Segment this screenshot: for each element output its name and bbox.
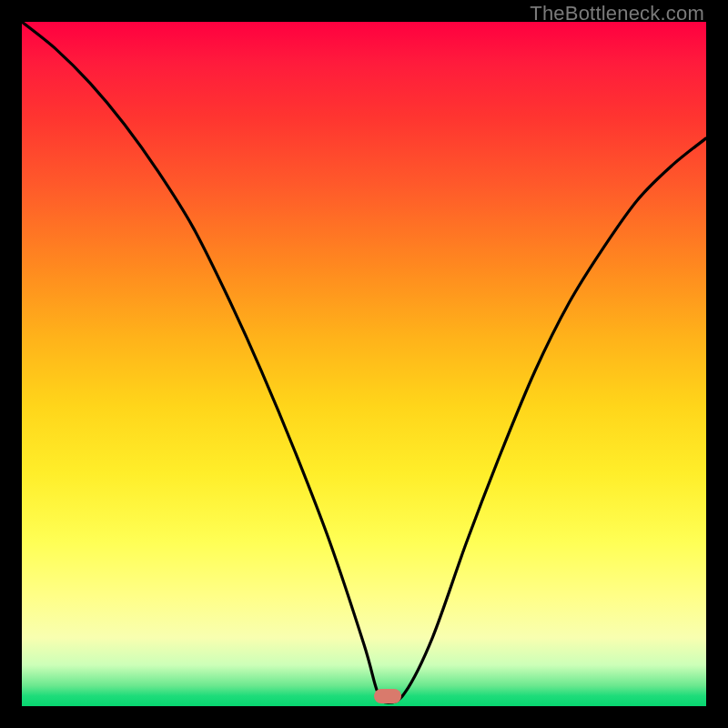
bottleneck-curve [22,22,706,703]
optimum-marker [374,689,401,703]
chart-frame: TheBottleneck.com [0,0,728,728]
curve-svg [22,22,706,706]
plot-area [22,22,706,706]
